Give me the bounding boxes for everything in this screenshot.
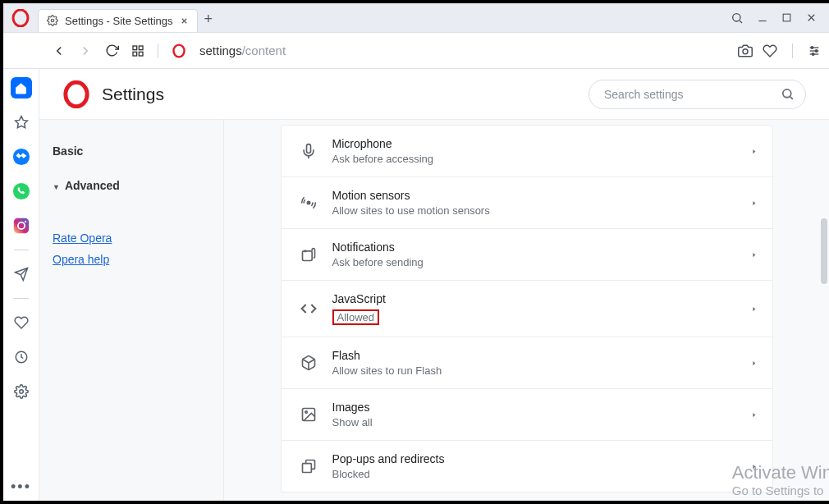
row-title: Notifications [332, 241, 750, 254]
popup-icon [296, 458, 321, 474]
svg-point-24 [783, 89, 791, 97]
url-prefix: settings [199, 44, 242, 57]
chevron-right-icon [750, 199, 758, 207]
home-icon[interactable] [11, 77, 32, 99]
chevron-right-icon [750, 251, 758, 259]
history-icon[interactable] [11, 346, 32, 368]
highlighted-status: Allowed [332, 309, 380, 325]
row-title: Images [332, 401, 750, 414]
mic-icon [296, 143, 321, 159]
svg-point-20 [24, 221, 25, 222]
new-tab-button[interactable]: + [204, 11, 213, 28]
row-title: Microphone [332, 137, 750, 150]
svg-point-15 [812, 53, 814, 55]
speed-dial-button[interactable] [126, 39, 149, 62]
page-title: Settings [102, 85, 164, 104]
setting-row-motion-sensors[interactable]: Motion sensorsAllow sites to use motion … [281, 176, 773, 229]
row-subtitle: Show all [332, 416, 750, 428]
heart-icon[interactable] [763, 44, 777, 58]
window-controls [731, 11, 829, 25]
setting-row-images[interactable]: ImagesShow all [281, 388, 773, 441]
svg-rect-7 [139, 52, 143, 56]
url-display[interactable]: settings/content [199, 44, 286, 57]
cube-icon [296, 355, 321, 371]
svg-point-17 [12, 183, 29, 199]
gear-icon [47, 15, 58, 26]
snapshot-icon[interactable] [738, 44, 753, 58]
chevron-right-icon [750, 360, 758, 367]
browser-tab[interactable]: Settings - Site Settings [38, 9, 198, 32]
scrollbar-thumb[interactable] [821, 218, 827, 284]
svg-rect-6 [133, 52, 137, 56]
notify-icon [296, 246, 321, 263]
setting-row-javascript[interactable]: JavaScriptAllowed [281, 280, 773, 337]
whatsapp-icon[interactable] [11, 181, 32, 202]
svg-point-14 [815, 49, 818, 52]
browser-titlebar: Settings - Site Settings + [3, 3, 829, 33]
opera-logo-icon [11, 9, 30, 27]
chevron-right-icon [750, 411, 758, 419]
reload-button[interactable] [100, 39, 123, 62]
chevron-right-icon [750, 463, 758, 470]
nav-advanced[interactable]: Advanced [53, 172, 210, 199]
flow-icon[interactable] [11, 263, 32, 285]
search-icon [781, 87, 795, 101]
search-settings-input[interactable] [589, 80, 806, 109]
tab-title: Settings - Site Settings [65, 15, 173, 27]
svg-rect-3 [783, 14, 790, 21]
bookmarks-icon[interactable] [11, 112, 32, 133]
image-icon [296, 406, 321, 423]
svg-point-0 [13, 10, 28, 26]
tab-close-button[interactable] [180, 16, 189, 25]
svg-rect-31 [302, 464, 311, 473]
svg-point-23 [66, 82, 87, 106]
settings-gear-icon[interactable] [11, 381, 32, 402]
easy-setup-icon[interactable] [808, 44, 821, 57]
settings-page: Settings Basic Advanced Rate Opera Opera… [39, 69, 829, 502]
personal-news-icon[interactable] [11, 312, 32, 333]
settings-nav: Basic Advanced Rate Opera Opera help [39, 120, 224, 502]
motion-icon [296, 195, 321, 211]
svg-point-9 [743, 48, 748, 53]
svg-point-8 [173, 44, 184, 57]
code-icon [296, 300, 321, 317]
svg-point-16 [12, 149, 29, 165]
settings-main: MicrophoneAsk before accessingMotion sen… [224, 120, 829, 502]
settings-header: Settings [39, 69, 829, 120]
opera-logo-icon [62, 80, 90, 108]
svg-point-26 [307, 201, 309, 204]
opera-help-link[interactable]: Opera help [53, 253, 210, 266]
row-subtitle: Ask before accessing [332, 153, 750, 165]
setting-row-microphone[interactable]: MicrophoneAsk before accessing [281, 125, 773, 177]
back-button[interactable] [48, 39, 71, 62]
instagram-icon[interactable] [11, 215, 32, 236]
setting-row-notifications[interactable]: NotificationsAsk before sending [281, 228, 773, 281]
minimize-button[interactable] [757, 12, 768, 24]
browser-sidebar: ••• [3, 69, 39, 502]
row-title: Flash [332, 349, 750, 362]
svg-rect-4 [133, 46, 137, 50]
svg-point-28 [304, 250, 306, 252]
row-subtitle: Blocked [332, 468, 750, 480]
setting-row-pop-ups-and-redirects[interactable]: Pop-ups and redirectsBlocked [281, 440, 773, 493]
search-icon[interactable] [731, 11, 744, 25]
row-subtitle: Ask before sending [332, 256, 750, 268]
messenger-icon[interactable] [11, 146, 32, 167]
nav-basic[interactable]: Basic [53, 138, 210, 164]
row-subtitle: Allow sites to use motion sensors [332, 204, 750, 217]
svg-point-13 [811, 46, 813, 48]
forward-button[interactable] [74, 39, 97, 62]
chevron-right-icon [750, 305, 758, 313]
close-button[interactable] [805, 11, 818, 24]
url-suffix: /content [242, 44, 286, 57]
opera-badge-icon [172, 44, 186, 58]
row-title: JavaScript [332, 292, 750, 305]
setting-row-flash[interactable]: FlashAllow sites to run Flash [281, 337, 773, 389]
more-icon[interactable]: ••• [11, 479, 31, 496]
rate-opera-link[interactable]: Rate Opera [53, 231, 210, 245]
svg-point-22 [19, 390, 23, 394]
row-title: Motion sensors [332, 189, 750, 202]
chevron-right-icon [750, 148, 758, 155]
maximize-button[interactable] [781, 12, 792, 23]
svg-rect-18 [13, 218, 28, 233]
